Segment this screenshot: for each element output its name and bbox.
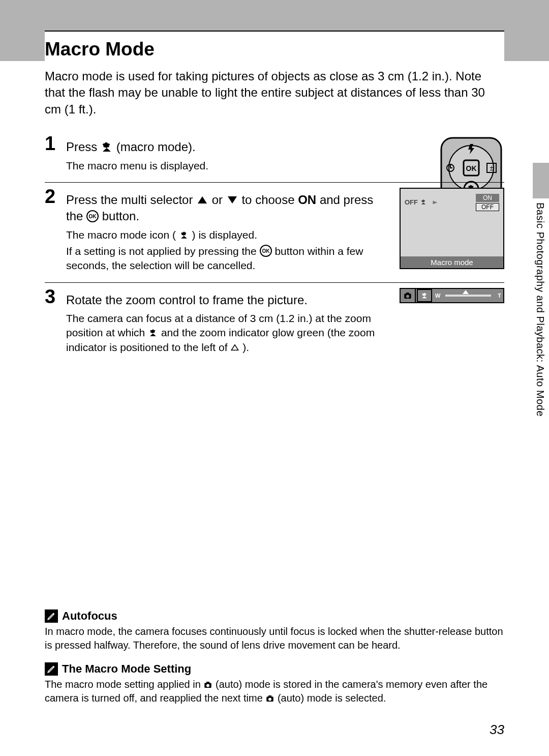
zoom-track [445,295,491,297]
svg-text:OK: OK [262,248,270,254]
camera-icon [265,693,274,702]
note-body: The macro mode setting applied in (auto)… [45,678,504,705]
wide-label: W [435,293,440,299]
svg-text:±: ± [490,164,494,172]
tele-label: T [498,293,501,299]
page-title: Macro Mode [45,39,504,60]
svg-point-17 [206,684,209,687]
triangle-outline-icon [230,341,239,351]
macro-off-indicator: OFF [405,198,427,206]
svg-rect-13 [406,293,409,294]
notes-section: Autofocus In macro mode, the camera focu… [45,602,504,715]
menu-on-option: ON [476,194,499,202]
svg-rect-19 [268,695,271,697]
intro-paragraph: Macro mode is used for taking pictures o… [45,68,504,118]
text: ) is displayed. [192,229,257,241]
svg-text:OK: OK [466,164,477,172]
svg-rect-16 [206,682,209,683]
step-2: 2 Press the multi selector or to choose … [45,182,504,282]
triangle-down-icon [226,194,238,206]
text: to choose [241,193,298,207]
text: ). [242,341,249,353]
triangle-up-icon [196,194,208,206]
svg-point-20 [268,698,271,701]
text: (auto) mode is selected. [278,692,386,704]
flower-icon [101,141,113,153]
step-3-head: Rotate the zoom control to frame the pic… [66,292,387,308]
page-content: Macro Mode Macro mode is used for taking… [0,0,549,364]
step-3: 3 Rotate the zoom control to frame the p… [45,282,504,364]
step-number: 3 [45,286,55,308]
menu-off-option: OFF [476,203,499,211]
ok-button-icon: OK [86,210,99,222]
flower-icon [420,292,429,300]
text: If a setting is not applied by pressing … [66,245,260,257]
step-2-head: Press the multi selector or to choose ON… [66,192,387,225]
step-2-sub1: The macro mode icon ( ) is displayed. [66,228,387,242]
pencil-icon [45,609,58,623]
text: (macro mode). [116,140,196,154]
selector-marker-icon [432,199,438,206]
pencil-icon [45,662,58,676]
note-macro-setting: The Macro Mode Setting The macro mode se… [45,662,504,705]
title-block: Macro Mode Macro mode is used for taking… [45,31,504,118]
screen-footer-label: Macro mode [401,256,503,268]
zoom-position-marker-icon [463,290,469,294]
step-3-sub: The camera can focus at a distance of 3 … [66,311,387,355]
note-title-text: Autofocus [62,609,117,623]
svg-text:OK: OK [89,214,97,219]
steps: 1 Press (macro mode). The macro menu is … [45,130,504,364]
text: or [212,193,226,207]
note-autofocus: Autofocus In macro mode, the camera focu… [45,609,504,652]
svg-point-14 [406,295,409,298]
text: button. [102,209,139,223]
text: The macro mode icon ( [66,229,176,241]
macro-mode-icon [179,229,189,240]
camera-icon [403,291,412,300]
camera-icon [203,679,212,688]
note-body: In macro mode, the camera focuses contin… [45,625,504,652]
flower-icon [420,198,427,206]
lcd-screen-illustration: OFF ON OFF Macro mode [400,188,504,269]
text: Press [66,140,101,154]
note-title-text: The Macro Mode Setting [62,662,191,676]
step-2-sub2: If a setting is not applied by pressing … [66,244,387,273]
step-1: 1 Press (macro mode). The macro menu is … [45,130,504,182]
zoom-bar-illustration: W T [400,288,504,303]
step-number: 1 [45,133,55,155]
on-label: ON [298,193,316,207]
step-number: 2 [45,186,55,208]
text: Press the multi selector [66,193,196,207]
ok-button-icon: OK [260,245,272,257]
page-number: 33 [490,722,504,738]
macro-mode-icon [148,327,158,337]
text: The macro mode setting applied in [45,679,203,690]
